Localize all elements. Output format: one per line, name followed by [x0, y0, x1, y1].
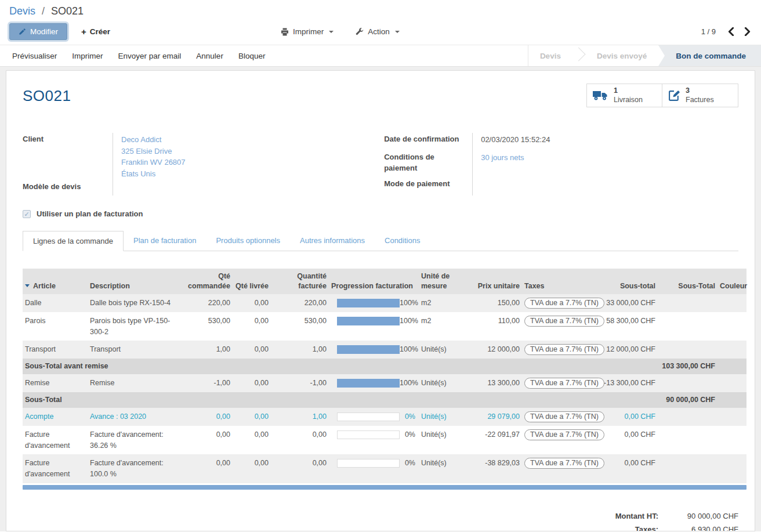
progress-bar	[337, 379, 400, 388]
cell-description: Avance : 03 2020	[88, 408, 179, 426]
statusbar-button-imprimer[interactable]: Imprimer	[64, 45, 110, 66]
quote-template-field-value[interactable]	[113, 180, 369, 196]
progress-bar	[337, 412, 400, 421]
cell-invoicing-progress: 100%	[329, 312, 419, 341]
column-header-sous-total[interactable]: Sous-total	[600, 269, 658, 294]
cell-subtotal-2	[658, 312, 717, 341]
notebook-tabs: Lignes de la commandePlan de facturation…	[23, 231, 738, 251]
column-header-taxes[interactable]: Taxes	[522, 269, 600, 294]
column-header-couleur[interactable]: Couleur	[717, 269, 746, 294]
wrench-icon	[356, 28, 364, 36]
statusbar-button-annuler[interactable]: Annuler	[189, 45, 231, 66]
section-label: Sous-Total	[23, 392, 658, 408]
total-row-montant-ht: Montant HT:90 000,00 CHF	[581, 509, 738, 523]
column-header-unite-de-mesure[interactable]: Unité de mesure	[419, 269, 469, 294]
invoicing-plan-checkbox-label: Utiliser un plan de facturation	[37, 209, 143, 218]
cell-qty-delivered: 0,00	[233, 454, 271, 483]
cell-uom: Unité(s)	[419, 454, 469, 483]
tax-badge: TVA due a 7.7% (TN)	[524, 458, 604, 469]
client-address-line[interactable]: Franklin WV 26807	[121, 157, 369, 168]
stat-button-label: Livraison	[614, 96, 643, 105]
column-header-prix-unitaire[interactable]: Prix unitaire	[469, 269, 522, 294]
chevron-down-icon	[329, 31, 334, 33]
cell-qty-invoiced: 0,00	[271, 454, 329, 483]
column-header-article[interactable]: Article	[23, 269, 88, 294]
cell-unit-price: 150,00	[469, 294, 522, 312]
invoicing-plan-checkbox[interactable]: ✓	[23, 210, 31, 218]
pager-previous-button[interactable]	[727, 26, 735, 37]
cell-description: Parois bois type VP-150-300-2	[88, 312, 179, 341]
confirmation-date-field-value: 02/03/2020 15:52:24	[472, 133, 731, 151]
order-line-row[interactable]: TransportTransport1,000,001,00100%Unité(…	[23, 341, 746, 359]
tab-produits-optionnels[interactable]: Produits optionnels	[206, 231, 290, 251]
edit-button[interactable]: Modifier	[9, 23, 67, 40]
progress-percent-label: 100%	[400, 316, 419, 327]
create-button[interactable]: + Créer	[78, 26, 114, 37]
client-address-line[interactable]: États Unis	[121, 168, 369, 180]
cell-invoicing-progress: 100%	[329, 341, 419, 359]
client-address-line[interactable]: Deco Addict	[121, 134, 369, 146]
cell-article: Parois	[23, 312, 88, 341]
payment-mode-field-value[interactable]	[472, 178, 731, 196]
statusbar: PrévisualiserImprimerEnvoyer par emailAn…	[0, 45, 761, 67]
order-line-row[interactable]: Facture d'avancementFacture d'avancement…	[23, 426, 746, 455]
statusbar-button-previsualiser[interactable]: Prévisualiser	[5, 45, 64, 66]
statusbar-state-devis-envoye[interactable]: Devis envoyé	[585, 45, 658, 66]
invoice-edit-icon	[668, 89, 680, 102]
cell-invoicing-progress: 100%	[329, 374, 419, 392]
cell-taxes: TVA due a 7.7% (TN)	[522, 408, 600, 426]
breadcrumb-parent-link[interactable]: Devis	[9, 5, 35, 17]
pager-next-button[interactable]	[743, 26, 752, 37]
statusbar-states: DevisDevis envoyéBon de commande	[528, 45, 761, 66]
tab-plan-de-facturation[interactable]: Plan de facturation	[124, 231, 206, 251]
stat-button-count: 1	[614, 86, 643, 96]
order-line-row[interactable]: ParoisParois bois type VP-150-300-2530,0…	[23, 312, 746, 341]
statusbar-button-envoyer-par-email[interactable]: Envoyer par email	[111, 45, 189, 66]
statusbar-state-bon-de-commande[interactable]: Bon de commande	[658, 45, 761, 66]
cell-qty-ordered: -1,00	[179, 374, 233, 392]
column-header-progression-facturation[interactable]: Progression facturation	[329, 269, 419, 294]
cell-subtotal: 0,00 CHF	[600, 408, 658, 426]
cell-subtotal-2	[658, 341, 717, 359]
column-header-sous-total-2[interactable]: Sous-Total	[658, 269, 717, 294]
tab-lignes-de-la-commande[interactable]: Lignes de la commande	[23, 231, 124, 251]
progress-bar	[337, 459, 400, 468]
column-header-qte-livree[interactable]: Qté livrée	[233, 269, 271, 294]
cell-subtotal-2	[658, 426, 717, 455]
cell-qty-invoiced: 220,00	[271, 294, 329, 312]
client-address-line[interactable]: 325 Elsie Drive	[121, 146, 369, 157]
tax-badge: TVA due a 7.7% (TN)	[524, 411, 604, 422]
tab-conditions[interactable]: Conditions	[375, 231, 430, 251]
field-groups: Client Deco Addict325 Elsie DriveFrankli…	[23, 133, 738, 196]
chevron-left-icon	[728, 27, 734, 36]
stat-button-livraison[interactable]: 1Livraison	[586, 84, 662, 107]
confirmation-date-field-label: Date de confirmation	[384, 133, 472, 151]
payment-terms-link[interactable]: 30 jours nets	[481, 152, 731, 164]
table-section-row[interactable]: Sous-Total avant remise103 300,00 CHF	[23, 359, 746, 374]
create-button-label: Créer	[90, 27, 110, 36]
cell-unit-price: 110,00	[469, 312, 522, 341]
breadcrumb-separator: /	[42, 5, 45, 17]
tax-badge: TVA due a 7.7% (TN)	[524, 298, 604, 309]
column-header-quantite-facturee[interactable]: Quantité facturée	[271, 269, 329, 294]
cell-taxes: TVA due a 7.7% (TN)	[522, 341, 600, 359]
order-line-row[interactable]: AcompteAvance : 03 20200,000,001,000%Uni…	[23, 408, 746, 426]
order-line-row[interactable]: DalleDalle bois type RX-150-4220,000,002…	[23, 294, 746, 312]
order-lines-table: ArticleDescriptionQté commandéeQté livré…	[23, 269, 746, 483]
stat-button-factures[interactable]: 3Factures	[662, 84, 738, 107]
cell-uom: Unité(s)	[419, 374, 469, 392]
cell-article: Acompte	[23, 408, 88, 426]
column-header-qte-commandee[interactable]: Qté commandée	[179, 269, 233, 294]
print-menu-button[interactable]: Imprimer	[277, 27, 337, 37]
table-section-row[interactable]: Sous-Total90 000,00 CHF	[23, 392, 746, 408]
column-header-description[interactable]: Description	[88, 269, 179, 294]
table-horizontal-scrollbar[interactable]	[23, 485, 746, 490]
tab-autres-informations[interactable]: Autres informations	[290, 231, 375, 251]
cell-description: Facture d'avancement: 36.26 %	[88, 426, 179, 455]
statusbar-button-bloquer[interactable]: Bloquer	[231, 45, 273, 66]
cell-qty-delivered: 0,00	[233, 294, 271, 312]
order-line-row[interactable]: RemiseRemise-1,000,00-1,00100%Unité(s)13…	[23, 374, 746, 392]
statusbar-state-devis[interactable]: Devis	[528, 45, 572, 66]
action-menu-button[interactable]: Action	[352, 27, 403, 37]
order-line-row[interactable]: Facture d'avancementFacture d'avancement…	[23, 454, 746, 483]
